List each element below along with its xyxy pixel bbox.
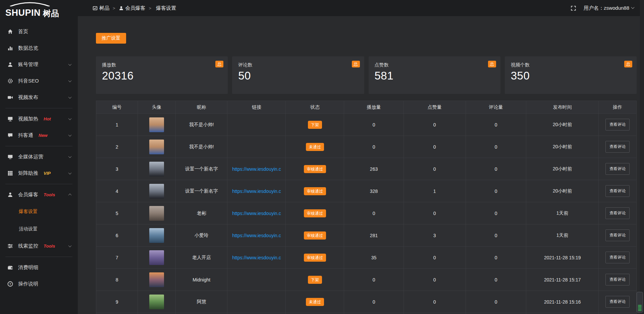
logo-text-en: SHUPIN (5, 8, 41, 17)
breadcrumb-item[interactable]: 会员爆客 (125, 5, 146, 11)
sidebar-subitem-baoke-settings[interactable]: 爆客设置 (0, 203, 78, 220)
status-tag[interactable]: 未通过 (306, 143, 324, 151)
stat-cards: 播放数20316总评论数50总点赞数581总视频个数350总 (96, 56, 637, 94)
video-link[interactable]: https://www.iesdouyin.c (232, 211, 281, 216)
sidebar-item-video-heating[interactable]: 视频加热Hot (0, 111, 78, 127)
status-tag[interactable]: 下架 (308, 276, 322, 284)
column-header: 评论量 (466, 101, 526, 114)
row-number: 7 (96, 247, 138, 269)
screen-icon (7, 154, 13, 160)
link-cell (227, 136, 286, 158)
avatar-cell (138, 247, 176, 269)
comments-count: 0 (466, 202, 526, 224)
chevron-down-icon (68, 62, 72, 66)
chevron-down-icon (631, 5, 635, 9)
video-link[interactable]: https://www.iesdouyin.c (232, 189, 281, 194)
sidebar-item-consume-detail[interactable]: 消费明细 (0, 259, 78, 276)
action-cell: 查看评论 (599, 114, 637, 136)
monitor-icon (7, 116, 13, 122)
likes-count: 0 (404, 158, 466, 180)
status-tag[interactable]: 审核通过 (304, 165, 326, 173)
view-comments-button[interactable]: 查看评论 (605, 185, 630, 197)
plays-count: 0 (344, 114, 404, 136)
link-cell (227, 269, 286, 291)
scrollbar[interactable] (640, 0, 644, 314)
comments-count: 0 (466, 269, 526, 291)
video-link[interactable]: https://www.iesdouyin.c (232, 166, 281, 172)
status-tag[interactable]: 下架 (308, 121, 322, 129)
status-cell: 审核通过 (286, 180, 344, 202)
status-cell: 下架 (286, 114, 344, 136)
sidebar-item-operation-guide[interactable]: ?操作说明 (0, 276, 78, 292)
link-cell: https://www.iesdouyin.c (227, 202, 286, 224)
sidebar-item-clue-monitor[interactable]: 线索监控Tools (0, 238, 78, 254)
view-comments-button[interactable]: 查看评论 (605, 274, 630, 285)
status-tag[interactable]: 未通过 (306, 298, 324, 306)
status-tag[interactable]: 审核通过 (304, 231, 326, 240)
link-cell (227, 114, 286, 136)
breadcrumb-separator: > (149, 6, 152, 11)
widget-bar (638, 306, 642, 307)
floating-widget[interactable] (637, 292, 643, 313)
logo[interactable]: SHUPIN 树品 (0, 0, 78, 19)
logo-arc-icon (9, 2, 51, 8)
view-comments-button[interactable]: 查看评论 (605, 141, 630, 153)
status-cell: 下架 (286, 269, 344, 291)
sidebar-nav: 首页数据总览账号管理抖音SEO视频发布视频加热Hot抖客通New全媒体运营矩阵助… (0, 19, 78, 314)
view-comments-button[interactable]: 查看评论 (605, 207, 630, 219)
sidebar-item-member-baoke[interactable]: 会员爆客Tools (0, 187, 78, 203)
username[interactable]: 用户名：zswodun88 (584, 5, 629, 11)
user-icon (7, 192, 13, 198)
sidebar-item-douketong[interactable]: 抖客通New (0, 127, 78, 144)
chat-icon (7, 133, 13, 138)
status-tag[interactable]: 审核通过 (304, 254, 326, 262)
avatar-cell (138, 158, 176, 180)
video-link[interactable]: https://www.iesdouyin.c (232, 233, 281, 238)
chevron-down-icon (68, 117, 72, 120)
sidebar-item-media-operation[interactable]: 全媒体运营 (0, 149, 78, 165)
likes-count: 0 (404, 114, 466, 136)
sidebar-item-matrix-boost[interactable]: 矩阵助推VIP (0, 165, 78, 181)
sidebar-item-video-publish[interactable]: 视频发布 (0, 89, 78, 106)
stat-card-value: 350 (511, 69, 631, 82)
plays-count: 0 (344, 269, 404, 291)
chevron-down-icon (68, 155, 72, 158)
likes-count: 1 (404, 180, 466, 202)
sidebar-item-douyin-seo[interactable]: 抖音SEO (0, 73, 78, 89)
sidebar-item-home[interactable]: 首页 (0, 23, 78, 40)
avatar (149, 272, 164, 287)
sidebar-item-data-overview[interactable]: 数据总览 (0, 40, 78, 56)
plays-count: 328 (344, 180, 404, 202)
sidebar-item-label: 抖音SEO (18, 78, 39, 84)
row-number: 4 (96, 180, 138, 202)
view-comments-button[interactable]: 查看评论 (605, 296, 630, 308)
sidebar-item-label: 视频加热 (18, 116, 38, 122)
table-row: 2我不是小帅!未通过00020小时前查看评论 (96, 136, 637, 158)
sidebar-subitem-activity-settings[interactable]: 活动设置 (0, 220, 78, 238)
fullscreen-icon[interactable] (571, 5, 576, 11)
row-number (96, 313, 138, 314)
sidebar-item-label: 数据总览 (18, 45, 38, 51)
widget-bar (638, 308, 642, 308)
breadcrumb-item[interactable]: 爆客设置 (156, 5, 176, 11)
video-link[interactable]: https://www.iesdouyin.c (232, 255, 281, 260)
question-icon: ? (7, 281, 13, 287)
wallet-icon (7, 265, 13, 270)
sidebar-item-label: 操作说明 (18, 281, 38, 287)
row-number: 8 (96, 269, 138, 291)
status-tag[interactable]: 审核通过 (304, 209, 326, 217)
view-comments-button[interactable]: 查看评论 (605, 229, 630, 241)
link-cell (227, 313, 286, 314)
total-badge: 总 (352, 61, 360, 67)
avatar-cell (138, 202, 176, 224)
breadcrumb-item[interactable]: 树品 (99, 5, 109, 11)
status-cell: 审核通过 (286, 247, 344, 269)
status-tag[interactable]: 审核通过 (304, 187, 326, 195)
view-comments-button[interactable]: 查看评论 (605, 119, 630, 130)
view-comments-button[interactable]: 查看评论 (605, 163, 630, 175)
action-cell: 查看评论 (599, 136, 637, 158)
promo-settings-button[interactable]: 推广设置 (96, 33, 126, 44)
stat-card-plays: 播放数20316总 (96, 56, 228, 94)
view-comments-button[interactable]: 查看评论 (605, 252, 630, 263)
sidebar-item-account-manage[interactable]: 账号管理 (0, 56, 78, 73)
